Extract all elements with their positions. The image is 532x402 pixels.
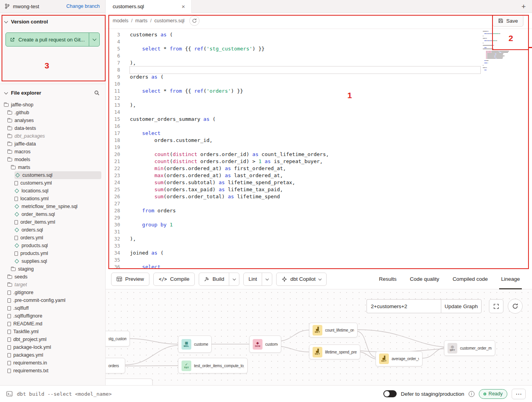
new-tab-button[interactable]: + [521,3,526,10]
tree-item-.sqlfluffignore[interactable]: .sqlfluffignore [0,312,105,320]
tree-item-customers.yml[interactable]: customers.yml [0,179,105,187]
save-button[interactable]: Save [492,15,523,27]
build-button[interactable]: Build [199,273,229,285]
lineage-node-stg_customers[interactable]: ▦MDLstg_customers [106,331,130,346]
code-line-17: select [130,130,480,137]
tree-item-metricflow_time_spine.sql[interactable]: metricflow_time_spine.sql [0,203,105,210]
lineage-node[interactable] [106,379,153,385]
lint-dropdown[interactable] [262,273,272,285]
tab-code-quality[interactable]: Code quality [403,269,446,289]
folder-icon [7,150,12,154]
code-editor[interactable]: 3456789101112131415161718192021222324252… [106,29,532,269]
code-line-9: orders as ( [130,74,480,81]
code-line-5: select * from {{ ref('stg_customers') }} [130,45,480,52]
line-number: 35 [106,257,130,264]
tree-item-data-tests[interactable]: data-tests [0,124,105,132]
model-icon [14,212,19,216]
version-control-section: Version control Create a pull request on… [0,13,105,84]
refresh-graph-button[interactable] [508,299,523,314]
tree-item-products.sql[interactable]: products.sql [0,242,105,249]
defer-toggle[interactable] [383,390,397,397]
lineage-node-lifetime_spend_pretax[interactable]: ▟METlifetime_spend_pretax [309,345,360,359]
update-graph-button[interactable]: Update Graph [441,299,482,313]
lineage-node-average_order_value[interactable]: ▟METaverage_order_value [376,351,422,366]
tree-item-products.yml[interactable]: products.yml [0,249,105,257]
lineage-node-customers[interactable]: ◆SEMcustomers [249,336,281,353]
tree-item-requirements.txt[interactable]: requirements.txt [0,367,105,375]
folder-icon [4,103,9,107]
tree-item-analyses[interactable]: analyses [0,117,105,124]
breadcrumb-models[interactable]: models [113,18,128,23]
tree-item-orders.sql[interactable]: orders.sql [0,226,105,234]
line-number: 4 [106,38,130,45]
pull-request-dropdown[interactable] [89,33,99,46]
tree-item-.gitignore[interactable]: .gitignore [0,289,105,296]
tree-item-macros[interactable]: macros [0,148,105,156]
tree-item-models[interactable]: models [0,156,105,163]
tree-item-order_items.yml[interactable]: order_items.yml [0,218,105,226]
tree-item-supplies.sql[interactable]: supplies.sql [0,257,105,265]
tree-item-customers.sql[interactable]: customers.sql [14,171,101,179]
lineage-selector-group: Update Graph [367,299,482,313]
tree-item-staging[interactable]: staging [0,265,105,273]
tree-item-packages.yml[interactable]: packages.yml [0,351,105,359]
breadcrumb-marts[interactable]: marts [135,18,147,23]
tree-item-locations.sql[interactable]: locations.sql [0,187,105,195]
tree-item-marts[interactable]: marts [0,163,105,171]
tab-lineage[interactable]: Lineage [494,269,527,289]
tree-item-orders.yml[interactable]: orders.yml [0,234,105,242]
line-number: 31 [106,228,130,235]
code-line-11: select * from {{ ref('orders') }} [130,88,480,95]
compile-button[interactable]: </> Compile [153,273,195,286]
lint-button[interactable]: Lint [244,273,262,285]
line-number: 5 [106,45,130,52]
tree-item-Taskfile.yml[interactable]: Taskfile.yml [0,328,105,336]
tree-item-locations.yml[interactable]: locations.yml [0,195,105,203]
tree-item-.sqlfluff[interactable]: .sqlfluff [0,304,105,312]
create-pull-request-main[interactable]: Create a pull request on Git... [6,33,89,46]
tree-item-requirements.in[interactable]: requirements.in [0,359,105,367]
preview-button[interactable]: Preview [111,273,149,286]
file-actions-icon[interactable] [189,16,200,26]
close-icon[interactable]: × [180,3,187,10]
tree-item-dbt_packages[interactable]: dbt_packages [0,132,105,140]
tree-item-target[interactable]: target [0,281,105,289]
lineage-node-count_lifetime_orders[interactable]: ▟METcount_lifetime_orders [309,323,358,337]
tree-item-.github[interactable]: .github [0,109,105,117]
build-dropdown[interactable] [229,273,239,285]
file-explorer-header[interactable]: File explorer [0,84,105,98]
tree-item-jaffle-data[interactable]: jaffle-data [0,140,105,148]
fullscreen-button[interactable] [489,299,503,313]
tree-item-.pre-commit-config.yaml[interactable]: .pre-commit-config.yaml [0,296,105,304]
tree-item-label: customers.yml [20,180,52,186]
info-icon[interactable]: i [469,391,474,397]
dbt-copilot-button[interactable]: dbt Copilot [276,273,327,286]
create-pull-request-button[interactable]: Create a pull request on Git... [5,32,100,47]
more-options-button[interactable]: ⋯ [512,389,526,399]
tree-item-README.md[interactable]: README.md [0,320,105,328]
lineage-node-customers[interactable]: ▦MDLcustomers [178,336,212,353]
lineage-node-customer_order_metrics[interactable]: ◎QRYcustomer_order_metrics [444,340,495,356]
tree-item-order_items.sql[interactable]: order_items.sql [0,210,105,218]
change-branch-link[interactable]: Change branch [66,4,100,9]
tree-item-package-lock.yml[interactable]: package-lock.yml [0,343,105,351]
editor-toolbar: Preview </> Compile Build Lint d [106,269,532,289]
lineage-panel[interactable]: ▦MDLstg_customers▦MDLorders▦MDLcustomers… [106,289,532,385]
lineage-selector-input[interactable] [367,299,441,313]
lineage-node-orders[interactable]: ▦MDLorders [106,358,125,373]
node-label: test_order_items_compute_to_bools... [194,364,244,368]
tab-compiled-code[interactable]: Compiled code [446,269,494,289]
code-area[interactable]: customers as ( select * from {{ ref('stg… [130,31,480,269]
file-icon [7,353,11,357]
search-icon[interactable] [94,90,100,96]
minimap[interactable] [483,31,514,71]
lineage-node-test_order_items_compute_to_bools...[interactable]: ✓TSTtest_order_items_compute_to_bools... [178,358,248,373]
tab-customers-sql[interactable]: customers.sql × [106,0,192,13]
line-number: 18 [106,137,130,144]
tree-item-dbt_project.yml[interactable]: dbt_project.yml [0,336,105,343]
tree-item-seeds[interactable]: seeds [0,273,105,281]
tree-item-jaffle-shop[interactable]: jaffle-shop [0,101,105,109]
version-control-header[interactable]: Version control [0,13,105,27]
tab-results[interactable]: Results [372,269,403,289]
breadcrumb-file[interactable]: customers.sql [155,18,185,23]
